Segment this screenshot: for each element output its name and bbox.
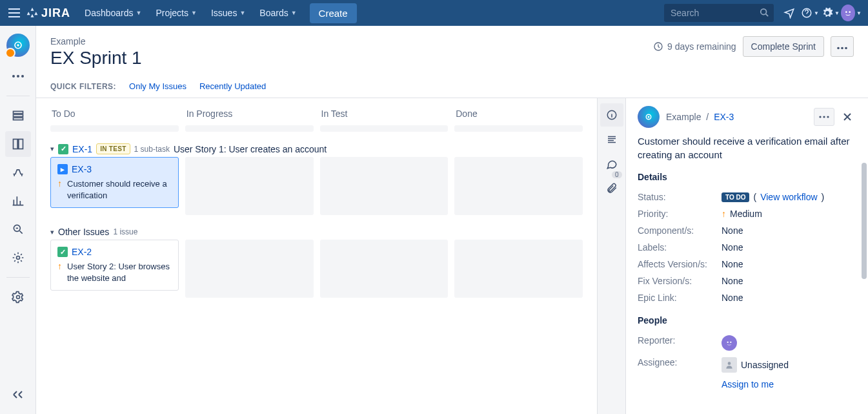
field-components-value: None bbox=[722, 225, 856, 236]
nav-dashboards[interactable]: Dashboards▼ bbox=[78, 4, 148, 22]
column-inprogress[interactable] bbox=[185, 157, 314, 215]
svg-point-18 bbox=[837, 47, 840, 50]
swimlane-header[interactable]: ▾ Other Issues 1 issue bbox=[50, 224, 583, 240]
panel-issue-title: Customer should receive a verification e… bbox=[638, 134, 856, 161]
filter-recently-updated[interactable]: Recently Updated bbox=[199, 81, 266, 91]
nav-issues[interactable]: Issues▼ bbox=[205, 4, 252, 22]
details-tab-icon[interactable] bbox=[600, 103, 623, 127]
swimlane-ex1: ▾ ✓ EX-1 IN TEST 1 sub-task User Story 1… bbox=[50, 141, 583, 215]
assign-to-me-link[interactable]: Assign to me bbox=[722, 379, 774, 389]
backlog-icon[interactable] bbox=[5, 103, 31, 129]
svg-point-8 bbox=[21, 75, 24, 78]
svg-rect-10 bbox=[13, 114, 23, 116]
attachments-tab-icon[interactable] bbox=[600, 177, 623, 200]
user-avatar[interactable]: ▼ bbox=[841, 3, 862, 23]
board-header: Example EX Sprint 1 9 days remaining Com… bbox=[36, 26, 868, 98]
priority-medium-icon: ↑ bbox=[57, 261, 62, 271]
swimlane-header[interactable]: ▾ ✓ EX-1 IN TEST 1 sub-task User Story 1… bbox=[50, 141, 583, 157]
unassigned-avatar bbox=[722, 357, 737, 373]
column-todo[interactable]: ▸ EX-3 ↑ Customer should receive a verif… bbox=[50, 157, 179, 215]
filter-only-my-issues[interactable]: Only My Issues bbox=[129, 81, 187, 91]
issues-icon[interactable] bbox=[5, 216, 31, 242]
quick-filters-label: QUICK FILTERS: bbox=[50, 82, 116, 91]
chevron-down-icon[interactable]: ▾ bbox=[50, 145, 54, 153]
issue-key[interactable]: EX-2 bbox=[72, 247, 92, 257]
svg-point-19 bbox=[841, 47, 843, 50]
column-header-done: Done bbox=[454, 106, 583, 121]
project-breadcrumb[interactable]: Example bbox=[50, 36, 142, 47]
close-icon[interactable] bbox=[838, 108, 856, 126]
project-settings-icon[interactable] bbox=[5, 284, 31, 310]
status-badge: TO DO bbox=[722, 192, 749, 202]
field-epic-value: None bbox=[722, 293, 856, 303]
issue-card-ex3[interactable]: ▸ EX-3 ↑ Customer should receive a verif… bbox=[50, 157, 179, 208]
svg-point-15 bbox=[16, 256, 19, 260]
svg-rect-11 bbox=[13, 118, 23, 119]
crumb-project[interactable]: Example bbox=[666, 112, 701, 122]
svg-point-7 bbox=[17, 75, 19, 78]
chevron-down-icon: ▼ bbox=[239, 10, 245, 16]
field-labels-value: None bbox=[722, 242, 856, 253]
priority-medium-icon: ↑ bbox=[722, 209, 726, 219]
search-wrap bbox=[664, 4, 774, 22]
column-header-inprogress: In Progress bbox=[185, 106, 314, 121]
clock-icon bbox=[653, 41, 663, 52]
svg-point-28 bbox=[730, 342, 731, 343]
column-inprogress[interactable] bbox=[185, 240, 314, 298]
field-priority-label: Priority: bbox=[638, 209, 722, 219]
collapse-icon[interactable] bbox=[5, 382, 31, 408]
jira-logo[interactable]: JIRA bbox=[26, 6, 70, 20]
chevron-down-icon[interactable]: ▾ bbox=[50, 228, 54, 236]
board-more-button[interactable] bbox=[831, 36, 854, 57]
svg-point-20 bbox=[845, 47, 847, 50]
releases-icon[interactable] bbox=[5, 160, 31, 185]
column-intest[interactable] bbox=[320, 240, 449, 298]
column-todo[interactable]: ✓ EX-2 ↑ User Story 2: User browses the … bbox=[50, 240, 179, 298]
separator bbox=[6, 277, 30, 278]
crumb-issue-key[interactable]: EX-3 bbox=[714, 112, 734, 122]
issue-key[interactable]: EX-3 bbox=[72, 164, 92, 174]
column-done[interactable] bbox=[454, 240, 583, 298]
help-icon[interactable]: ▼ bbox=[800, 3, 820, 23]
column-done[interactable] bbox=[454, 157, 583, 215]
issue-key[interactable]: EX-1 bbox=[72, 144, 92, 154]
project-avatar[interactable] bbox=[6, 34, 30, 57]
svg-point-6 bbox=[12, 75, 15, 78]
svg-point-24 bbox=[819, 116, 821, 118]
field-reporter-label: Reporter: bbox=[638, 335, 722, 351]
logo-text: JIRA bbox=[41, 6, 70, 20]
menu-icon[interactable] bbox=[6, 5, 22, 21]
panel-breadcrumb: Example / EX-3 bbox=[666, 112, 734, 122]
chevron-down-icon: ▼ bbox=[191, 10, 197, 16]
view-workflow-link[interactable]: View workflow bbox=[760, 192, 817, 202]
issue-card-ex2[interactable]: ✓ EX-2 ↑ User Story 2: User browses the … bbox=[50, 240, 179, 291]
svg-point-25 bbox=[823, 116, 825, 118]
card-summary: Customer should receive a verification bbox=[67, 178, 172, 201]
more-icon[interactable] bbox=[5, 63, 31, 89]
swimlane-other: ▾ Other Issues 1 issue ✓ EX-2 bbox=[50, 224, 583, 298]
settings-icon[interactable]: ▼ bbox=[820, 3, 841, 23]
reporter-avatar[interactable] bbox=[722, 335, 737, 351]
feedback-icon[interactable] bbox=[779, 3, 800, 23]
board-icon[interactable] bbox=[5, 131, 31, 157]
search-input[interactable] bbox=[664, 4, 774, 22]
svg-point-2 bbox=[845, 11, 847, 13]
description-tab-icon[interactable] bbox=[600, 128, 623, 151]
scrollbar[interactable] bbox=[862, 163, 867, 279]
components-icon[interactable] bbox=[5, 245, 31, 271]
field-fix-value: None bbox=[722, 276, 856, 286]
issue-count: 1 issue bbox=[113, 227, 137, 236]
nav-menu: Dashboards▼ Projects▼ Issues▼ Boards▼ Cr… bbox=[78, 3, 357, 23]
nav-boards[interactable]: Boards▼ bbox=[253, 4, 303, 22]
board: To Do In Progress In Test Done ▾ ✓ EX-1 … bbox=[36, 98, 597, 414]
nav-projects[interactable]: Projects▼ bbox=[149, 4, 203, 22]
complete-sprint-button[interactable]: Complete Sprint bbox=[743, 36, 824, 57]
reports-icon[interactable] bbox=[5, 188, 31, 214]
top-nav: JIRA Dashboards▼ Projects▼ Issues▼ Board… bbox=[0, 0, 868, 26]
create-button[interactable]: Create bbox=[310, 3, 357, 23]
field-affects-value: None bbox=[722, 259, 856, 269]
panel-more-button[interactable] bbox=[814, 108, 834, 126]
column-intest[interactable] bbox=[320, 157, 449, 215]
comments-tab-icon[interactable]: 0 bbox=[600, 152, 623, 176]
swimlane-label: Other Issues bbox=[58, 227, 109, 237]
